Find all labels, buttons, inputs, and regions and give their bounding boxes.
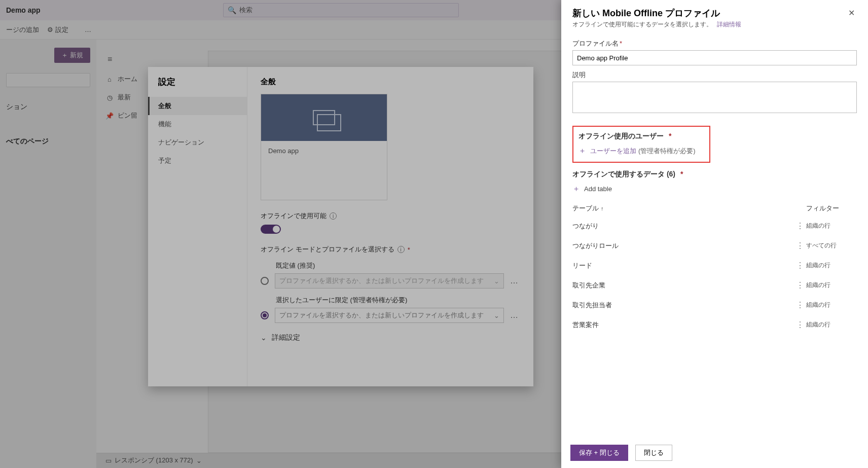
offline-enable-label: オフラインで使用可能	[261, 211, 327, 221]
table-name-cell: 営業案件	[572, 320, 794, 330]
sidebar-item-pinned[interactable]: 📌ピン留	[104, 106, 137, 125]
chevron-down-icon: ⌄	[196, 457, 202, 464]
table-row: つながり⋮組織の行	[572, 216, 857, 236]
search-icon: 🔍	[228, 6, 236, 14]
row-more-icon[interactable]: ⋮	[794, 241, 806, 250]
table-row: リード⋮組織の行	[572, 256, 857, 275]
row-more-icon[interactable]: ⋮	[794, 320, 806, 330]
offline-data-count: (6)	[667, 170, 675, 178]
left-section-1: ション	[6, 102, 90, 112]
table-row: つながりロール⋮すべての行	[572, 236, 857, 256]
info-icon[interactable]: i	[397, 246, 405, 253]
save-and-close-button[interactable]: 保存 + 閉じる	[570, 445, 628, 461]
row-more-icon[interactable]: ⋮	[794, 221, 806, 231]
advanced-settings-toggle[interactable]: ⌄ 詳細設定	[261, 333, 520, 342]
settings-nav-upcoming[interactable]: 予定	[148, 152, 247, 170]
search-pages-input[interactable]	[6, 73, 90, 87]
chevron-down-icon: ⌄	[494, 277, 499, 285]
chevron-down-icon: ⌄	[494, 312, 499, 319]
row-more-icon[interactable]: ⋮	[794, 280, 806, 290]
sort-asc-icon: ↑	[601, 205, 604, 211]
required-mark: *	[620, 40, 622, 47]
close-icon[interactable]: ✕	[846, 7, 857, 19]
sidebar-item-home[interactable]: ⌂ホーム	[104, 70, 137, 88]
table-name-cell: リード	[572, 261, 794, 270]
plus-icon: ＋	[578, 146, 586, 156]
description-label: 説明	[572, 70, 857, 80]
table-row: 取引先担当者⋮組織の行	[572, 295, 857, 315]
left-section-2: べてのページ	[6, 137, 90, 146]
more-button[interactable]: …	[85, 26, 91, 33]
learn-more-link[interactable]: 詳細情報	[717, 21, 741, 28]
plus-icon: ＋	[572, 184, 580, 194]
settings-nav-navigation[interactable]: ナビゲーション	[148, 133, 247, 152]
radio2-label: 選択したユーザーに限定 (管理者特権が必要)	[276, 296, 520, 305]
settings-general-header: 全般	[261, 77, 520, 87]
new-button[interactable]: ＋新規	[54, 48, 90, 63]
table-name-cell: つながりロール	[572, 241, 794, 250]
add-user-button[interactable]: ＋ ユーザーを追加 (管理者特権が必要)	[578, 146, 704, 156]
filter-cell: 組織の行	[806, 301, 857, 309]
col-filter-header[interactable]: フィルター	[806, 204, 857, 213]
radio-selected-users[interactable]	[261, 311, 269, 319]
profile-select-default[interactable]: プロファイルを選択するか、または新しいプロファイルを作成します⌄	[275, 273, 504, 289]
home-icon: ⌂	[104, 76, 115, 83]
app-tile[interactable]: Demo app	[261, 94, 387, 200]
table-name-cell: つながり	[572, 222, 794, 231]
app-title: Demo app	[6, 6, 41, 14]
profile-name-label: プロファイル名	[572, 40, 619, 47]
add-page-button[interactable]: ージの追加	[6, 25, 39, 34]
table-name-cell: 取引先企業	[572, 281, 794, 290]
clock-icon: ◷	[104, 94, 115, 101]
description-input[interactable]	[572, 82, 857, 113]
responsive-indicator[interactable]: ▭ レスポンシブ (1203 x 772) ⌄	[105, 456, 202, 465]
settings-title: 設定	[148, 76, 247, 97]
dashboard-icon	[313, 110, 335, 125]
table-name-cell: 取引先担当者	[572, 301, 794, 310]
col-table-header[interactable]: テーブル↑	[572, 204, 806, 213]
required-mark: *	[680, 170, 683, 178]
profile-select-users[interactable]: プロファイルを選択するか、または新しいプロファイルを作成します⌄	[275, 308, 504, 323]
panel-title: 新しい Mobile Offline プロファイル	[572, 7, 846, 19]
settings-nav-general[interactable]: 全般	[148, 97, 247, 115]
profile-name-input[interactable]	[572, 50, 857, 65]
row-more-icon[interactable]: ⋮	[794, 261, 806, 270]
radio1-label: 既定値 (推奨)	[276, 261, 520, 270]
app-tile-name: Demo app	[261, 141, 387, 200]
required-mark: *	[408, 246, 410, 254]
pin-icon: 📌	[104, 112, 115, 120]
filter-cell: 組織の行	[806, 261, 857, 270]
offline-mode-label: オフライン モードとプロファイルを選択する	[261, 245, 394, 254]
offline-profile-panel: 新しい Mobile Offline プロファイル ✕ オフラインで使用可能にす…	[561, 0, 868, 468]
chevron-down-icon: ⌄	[261, 334, 267, 342]
device-icon: ▭	[105, 457, 112, 464]
more-icon[interactable]: …	[508, 276, 520, 285]
offline-users-title: オフライン使用のユーザー	[578, 132, 664, 140]
settings-button[interactable]: ⚙設定	[47, 25, 77, 34]
required-mark: *	[669, 132, 671, 140]
gear-icon: ⚙	[47, 26, 53, 33]
filter-cell: すべての行	[806, 241, 857, 250]
add-table-button[interactable]: ＋ Add table	[572, 184, 857, 194]
search-input[interactable]: 🔍 検索	[223, 3, 459, 17]
settings-nav-features[interactable]: 機能	[148, 115, 247, 133]
plus-icon: ＋	[61, 51, 68, 60]
hamburger-icon[interactable]: ≡	[107, 55, 112, 64]
add-user-hint: (管理者特権が必要)	[638, 147, 696, 156]
table-row: 営業案件⋮組織の行	[572, 315, 857, 335]
row-more-icon[interactable]: ⋮	[794, 300, 806, 310]
info-icon[interactable]: i	[330, 212, 337, 220]
sidebar-item-recent[interactable]: ◷最新	[104, 88, 137, 106]
radio-default[interactable]	[261, 277, 269, 285]
panel-subtitle: オフラインで使用可能にするデータを選択します。	[572, 21, 712, 28]
table-row: 取引先企業⋮組織の行	[572, 275, 857, 295]
search-placeholder: 検索	[239, 6, 252, 15]
offline-data-title: オフラインで使用するデータ	[572, 170, 665, 178]
close-button[interactable]: 閉じる	[635, 445, 672, 461]
offline-enable-toggle[interactable]	[261, 225, 281, 234]
filter-cell: 組織の行	[806, 281, 857, 290]
filter-cell: 組織の行	[806, 320, 857, 329]
more-icon[interactable]: …	[508, 311, 520, 320]
filter-cell: 組織の行	[806, 222, 857, 230]
